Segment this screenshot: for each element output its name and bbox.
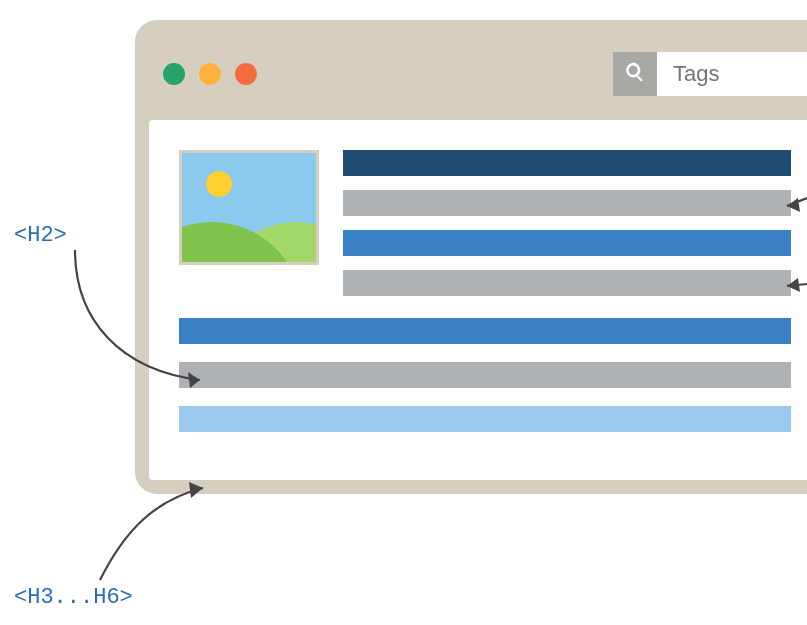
close-icon[interactable] [163,63,185,85]
browser-window [135,20,807,494]
search-icon [624,61,646,87]
body-text-block [179,318,791,432]
search-button[interactable] [613,52,657,96]
text-bar [343,270,791,296]
h2-bar [179,318,791,344]
text-bar [179,362,791,388]
minimize-icon[interactable] [199,63,221,85]
top-text-block [343,150,791,296]
titlebar [149,34,807,114]
content-image [179,150,319,265]
h1-bar [343,150,791,176]
sun-icon [206,171,232,197]
search-input[interactable] [657,52,807,96]
arrow-h3-h6 [85,480,215,590]
h3-bar [179,406,791,432]
h2-label: <H2> [14,223,67,248]
h3-h6-label: <H3...H6> [14,585,133,610]
page-viewport [149,120,807,480]
search-box [613,52,807,96]
maximize-icon[interactable] [235,63,257,85]
traffic-lights [163,63,257,85]
text-bar [343,190,791,216]
h2-bar [343,230,791,256]
